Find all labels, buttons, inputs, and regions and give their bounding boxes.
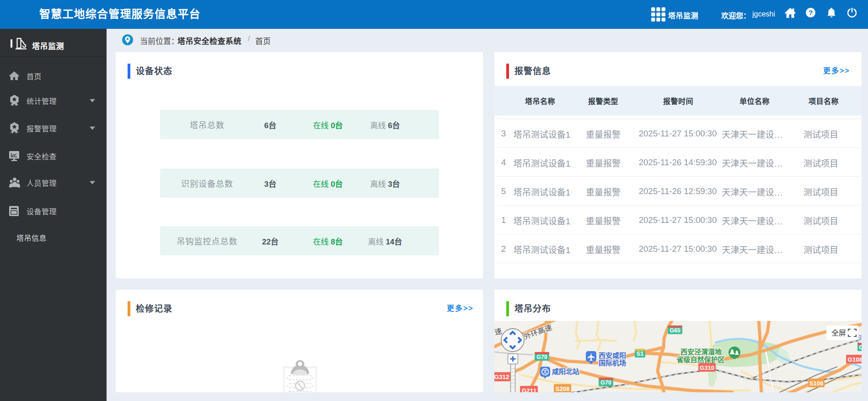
svg-text:河: 河 (858, 334, 862, 341)
svg-text:西安泾渭湿地: 西安泾渭湿地 (680, 348, 722, 356)
svg-text:S208: S208 (556, 385, 569, 392)
svg-text:省级自然保护区: 省级自然保护区 (676, 356, 724, 363)
svg-text:G312: G312 (494, 374, 509, 380)
svg-text:?: ? (809, 9, 813, 16)
svg-text:G65: G65 (670, 327, 680, 334)
svg-text:G: G (859, 344, 862, 351)
svg-text:国际机场: 国际机场 (599, 359, 626, 367)
svg-text:S1: S1 (637, 351, 643, 357)
svg-text:G70: G70 (600, 379, 611, 386)
svg-text:全屏: 全屏 (831, 329, 846, 337)
svg-text:G310: G310 (700, 364, 714, 371)
svg-text:西安咸阳: 西安咸阳 (599, 352, 626, 359)
svg-text:G211: G211 (522, 387, 537, 392)
svg-text:S108: S108 (809, 380, 823, 387)
svg-text:G108: G108 (847, 356, 862, 363)
svg-text:G70: G70 (536, 354, 547, 360)
svg-text:咸阳北站: 咸阳北站 (552, 368, 579, 375)
